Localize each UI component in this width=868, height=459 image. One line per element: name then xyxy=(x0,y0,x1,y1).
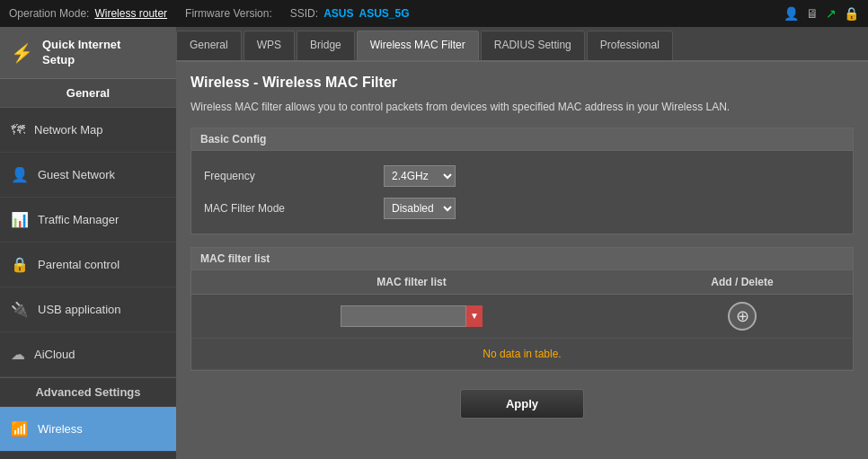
tab-bar: General WPS Bridge Wireless MAC Filter R… xyxy=(176,27,868,62)
top-bar-info: Operation Mode: Wireless router Firmware… xyxy=(9,7,410,20)
mac-filter-mode-label: MAC Filter Mode xyxy=(204,202,384,215)
firmware-label: Firmware Version: xyxy=(185,7,272,20)
mac-filter-list-section: MAC filter list MAC filter list Add / De… xyxy=(190,247,854,371)
mac-input-wrapper: ▼ xyxy=(200,305,623,327)
mac-filter-table: MAC filter list Add / Delete ▼ xyxy=(191,270,853,370)
frequency-label: Frequency xyxy=(204,170,384,182)
sidebar-item-label-traffic-manager: Traffic Manager xyxy=(38,213,119,226)
sidebar-item-guest-network[interactable]: 👤 Guest Network xyxy=(0,153,176,198)
tab-bridge[interactable]: Bridge xyxy=(297,31,355,60)
user-icon[interactable]: 👤 xyxy=(784,6,799,21)
op-mode-value: Wireless router xyxy=(94,7,167,20)
top-icons: 👤 🖥 ↗ 🔒 xyxy=(784,6,859,21)
network-map-icon: 🗺 xyxy=(11,122,25,138)
quick-internet-setup[interactable]: ⚡ Quick InternetSetup xyxy=(0,27,176,79)
sidebar-item-label-aicloud: AiCloud xyxy=(34,348,75,361)
mac-filter-mode-select[interactable]: Disabled Accept Reject xyxy=(384,198,456,219)
mac-input-cell: ▼ xyxy=(191,294,632,338)
layout: ⚡ Quick InternetSetup General 🗺 Network … xyxy=(0,27,868,459)
tab-wps[interactable]: WPS xyxy=(244,31,295,60)
sidebar-item-traffic-manager[interactable]: 📊 Traffic Manager xyxy=(0,198,176,243)
no-data-row: No data in table. xyxy=(191,338,853,369)
wireless-icon: 📶 xyxy=(11,420,29,437)
sidebar-item-label-usb-application: USB application xyxy=(38,303,121,316)
traffic-manager-icon: 📊 xyxy=(11,211,29,228)
add-mac-button[interactable]: ⊕ xyxy=(728,302,757,331)
sidebar-item-label-network-map: Network Map xyxy=(34,123,103,137)
top-bar: Operation Mode: Wireless router Firmware… xyxy=(0,0,868,27)
mac-input-row: ▼ ⊕ xyxy=(191,294,853,338)
ssid-5g: ASUS_5G xyxy=(359,7,409,20)
apply-row: Apply xyxy=(190,384,854,428)
setup-icon: ⚡ xyxy=(11,42,33,64)
mac-filter-mode-row: MAC Filter Mode Disabled Accept Reject xyxy=(191,192,853,225)
mac-address-input[interactable] xyxy=(341,305,466,327)
sidebar-item-usb-application[interactable]: 🔌 USB application xyxy=(0,287,176,332)
setup-label: Quick InternetSetup xyxy=(42,38,120,68)
parental-control-icon: 🔒 xyxy=(11,256,29,273)
frequency-row: Frequency 2.4GHz 5GHz xyxy=(191,160,853,192)
content-area: Wireless - Wireless MAC Filter Wireless … xyxy=(176,62,868,459)
ssid-label: SSID: xyxy=(290,7,318,20)
col-mac-filter-list: MAC filter list xyxy=(191,270,632,295)
aicloud-icon: ☁ xyxy=(11,346,25,363)
basic-config-header: Basic Config xyxy=(191,128,853,151)
guest-network-icon: 👤 xyxy=(11,166,29,183)
page-title: Wireless - Wireless MAC Filter xyxy=(190,75,854,91)
add-delete-cell: ⊕ xyxy=(632,294,853,338)
monitor-icon[interactable]: 🖥 xyxy=(806,6,819,21)
advanced-settings-header: Advanced Settings xyxy=(0,377,176,407)
lock-icon[interactable]: 🔒 xyxy=(844,6,859,21)
sidebar-item-label-guest-network: Guest Network xyxy=(38,168,115,181)
basic-config-section: Basic Config Frequency 2.4GHz 5GHz MAC F… xyxy=(190,128,854,234)
main-content: General WPS Bridge Wireless MAC Filter R… xyxy=(176,27,868,459)
sidebar-item-wireless[interactable]: 📶 Wireless xyxy=(0,407,176,452)
ssid-2g: ASUS xyxy=(323,7,353,20)
mac-filter-list-header: MAC filter list xyxy=(191,248,853,270)
frequency-control[interactable]: 2.4GHz 5GHz xyxy=(384,165,456,187)
frequency-select[interactable]: 2.4GHz 5GHz xyxy=(384,165,456,187)
sidebar-item-parental-control[interactable]: 🔒 Parental control xyxy=(0,243,176,287)
page-description: Wireless MAC filter allows you to contro… xyxy=(190,100,854,115)
tab-wireless-mac-filter[interactable]: Wireless MAC Filter xyxy=(357,31,479,60)
add-icon: ⊕ xyxy=(736,306,749,326)
apply-button[interactable]: Apply xyxy=(460,389,584,419)
share-icon[interactable]: ↗ xyxy=(826,6,837,21)
no-data-text: No data in table. xyxy=(191,338,853,369)
sidebar-item-aicloud[interactable]: ☁ AiCloud xyxy=(0,332,176,377)
op-mode-label: Operation Mode: xyxy=(9,7,89,20)
sidebar-item-label-wireless: Wireless xyxy=(38,422,83,436)
tab-professional[interactable]: Professional xyxy=(587,31,673,60)
mac-filter-mode-control[interactable]: Disabled Accept Reject xyxy=(384,198,456,219)
tab-general[interactable]: General xyxy=(176,31,242,60)
basic-config-body: Frequency 2.4GHz 5GHz MAC Filter Mode xyxy=(191,151,853,234)
sidebar-item-network-map[interactable]: 🗺 Network Map xyxy=(0,108,176,153)
col-add-delete: Add / Delete xyxy=(632,270,853,295)
general-section-header: General xyxy=(0,79,176,108)
sidebar: ⚡ Quick InternetSetup General 🗺 Network … xyxy=(0,27,176,459)
mac-dropdown-button[interactable]: ▼ xyxy=(466,305,483,327)
usb-application-icon: 🔌 xyxy=(11,301,29,318)
tab-radius-setting[interactable]: RADIUS Setting xyxy=(481,31,585,60)
sidebar-item-label-parental-control: Parental control xyxy=(38,258,120,271)
